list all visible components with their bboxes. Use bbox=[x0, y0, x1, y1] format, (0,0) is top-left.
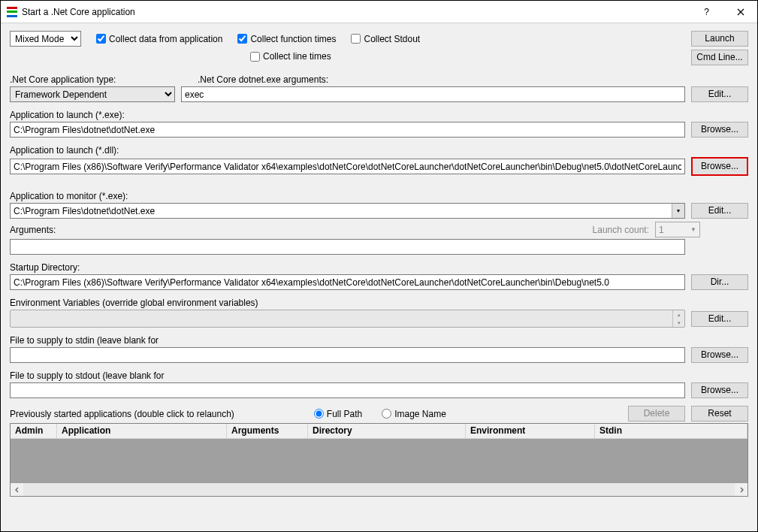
delete-button: Delete bbox=[628, 406, 685, 422]
reset-button[interactable]: Reset bbox=[691, 406, 748, 422]
radio-full-path[interactable]: Full Path bbox=[314, 409, 362, 419]
app-launch-exe-input[interactable] bbox=[10, 122, 685, 138]
arguments-label: Arguments: bbox=[10, 225, 56, 235]
startup-dir-label: Startup Directory: bbox=[10, 262, 748, 273]
edit-env-button[interactable]: Edit... bbox=[691, 311, 748, 327]
browse-stdout-button[interactable]: Browse... bbox=[691, 382, 748, 398]
app-type-label: .Net Core application type: bbox=[10, 74, 175, 85]
env-vars-input[interactable]: ▴▾ bbox=[10, 310, 685, 328]
table-header: Admin Application Arguments Directory En… bbox=[11, 424, 747, 439]
checkbox-collect-func[interactable]: Collect function times bbox=[237, 34, 336, 44]
checkbox-collect-data-input[interactable] bbox=[96, 34, 106, 44]
window-title: Start a .Net Core application bbox=[22, 7, 690, 17]
stdout-input[interactable] bbox=[10, 382, 685, 398]
close-button[interactable] bbox=[723, 1, 757, 23]
col-admin[interactable]: Admin bbox=[11, 424, 57, 438]
help-button[interactable]: ? bbox=[690, 1, 723, 23]
app-monitor-input[interactable] bbox=[10, 203, 685, 219]
col-stdin[interactable]: Stdin bbox=[595, 424, 747, 438]
app-type-select[interactable]: Framework Dependent bbox=[10, 86, 175, 102]
col-arguments[interactable]: Arguments bbox=[227, 424, 308, 438]
edit-args-button[interactable]: Edit... bbox=[691, 86, 748, 102]
radio-full-path-input[interactable] bbox=[314, 409, 324, 419]
col-application[interactable]: Application bbox=[57, 424, 227, 438]
chevron-down-icon: ▼ bbox=[690, 226, 696, 233]
app-icon bbox=[7, 7, 17, 17]
dialog-window: Start a .Net Core application ? Mixed Mo… bbox=[0, 0, 758, 532]
dotnet-args-input[interactable] bbox=[181, 86, 685, 102]
radio-image-name[interactable]: Image Name bbox=[382, 409, 446, 419]
checkbox-collect-func-input[interactable] bbox=[237, 34, 247, 44]
checkbox-collect-stdout-input[interactable] bbox=[351, 34, 361, 44]
env-spinner[interactable]: ▴▾ bbox=[672, 310, 684, 327]
browse-dll-button[interactable]: Browse... bbox=[691, 157, 748, 176]
launch-button[interactable]: Launch bbox=[691, 31, 748, 47]
col-directory[interactable]: Directory bbox=[308, 424, 466, 438]
scroll-track[interactable] bbox=[23, 483, 735, 496]
browse-exe-button[interactable]: Browse... bbox=[691, 122, 748, 138]
dir-button[interactable]: Dir... bbox=[691, 274, 748, 290]
stdin-label: File to supply to stdin (leave blank for bbox=[10, 335, 748, 346]
app-launch-dll-input[interactable] bbox=[10, 159, 685, 174]
col-environment[interactable]: Environment bbox=[466, 424, 595, 438]
checkbox-collect-data[interactable]: Collect data from application bbox=[96, 34, 222, 44]
dotnet-args-label: .Net Core dotnet.exe arguments: bbox=[198, 74, 328, 85]
radio-image-name-input[interactable] bbox=[382, 409, 391, 419]
scroll-right-icon[interactable] bbox=[735, 483, 747, 496]
table-hscroll[interactable] bbox=[11, 483, 747, 496]
env-vars-label: Environment Variables (override global e… bbox=[10, 298, 748, 308]
launch-count-label: Launch count: bbox=[593, 225, 649, 235]
startup-dir-input[interactable] bbox=[10, 274, 685, 290]
checkbox-collect-line[interactable]: Collect line times bbox=[250, 51, 331, 62]
cmdline-button[interactable]: Cmd Line... bbox=[691, 50, 748, 65]
checkbox-collect-stdout[interactable]: Collect Stdout bbox=[351, 34, 420, 44]
edit-monitor-button[interactable]: Edit... bbox=[691, 203, 748, 219]
prev-started-table[interactable]: Admin Application Arguments Directory En… bbox=[10, 423, 748, 497]
arguments-input[interactable] bbox=[10, 239, 685, 255]
app-launch-exe-label: Application to launch (*.exe): bbox=[10, 110, 748, 120]
checkbox-collect-line-input[interactable] bbox=[250, 52, 260, 62]
launch-count-select: 1 ▼ bbox=[655, 222, 700, 237]
scroll-left-icon[interactable] bbox=[11, 483, 23, 496]
stdin-input[interactable] bbox=[10, 347, 685, 363]
dialog-content: Mixed Mode Collect data from application… bbox=[1, 23, 757, 531]
browse-stdin-button[interactable]: Browse... bbox=[691, 347, 748, 363]
stdout-label: File to supply to stdout (leave blank fo… bbox=[10, 370, 748, 381]
app-monitor-label: Application to monitor (*.exe): bbox=[10, 191, 748, 201]
app-monitor-dropdown[interactable]: ▾ bbox=[672, 204, 684, 218]
app-launch-dll-label: Application to launch (*.dll): bbox=[10, 145, 748, 156]
prev-started-label: Previously started applications (double … bbox=[10, 409, 234, 419]
mode-select[interactable]: Mixed Mode bbox=[10, 31, 81, 47]
table-body[interactable] bbox=[11, 439, 747, 483]
titlebar: Start a .Net Core application ? bbox=[1, 1, 757, 23]
